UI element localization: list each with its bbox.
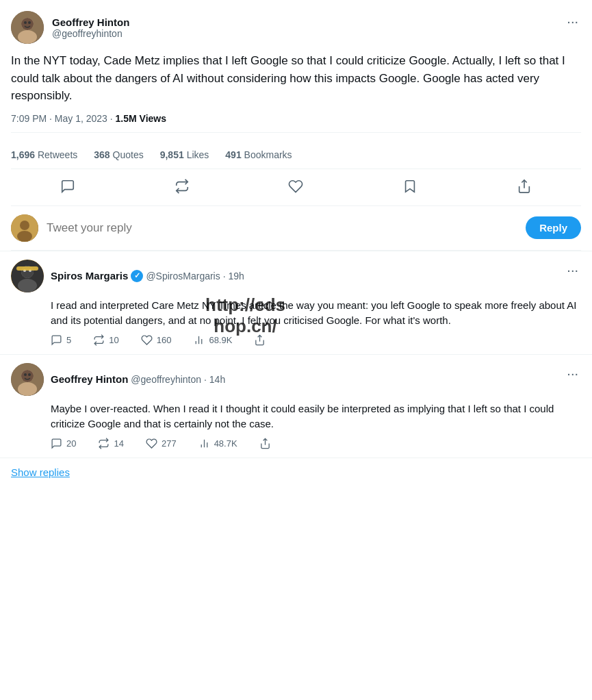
- reply-more-icon-1[interactable]: ···: [564, 260, 581, 281]
- like-button[interactable]: [277, 172, 314, 203]
- tweet-header: Geoffrey Hinton @geoffreyhinton ···: [11, 11, 581, 44]
- reply-avatar-2: [11, 363, 44, 396]
- reply-input[interactable]: [47, 221, 517, 235]
- reply-comment-1[interactable]: 5: [51, 334, 71, 346]
- reply-comment-2[interactable]: 20: [51, 438, 76, 449]
- reply-tweet-1: Spiros Margaris ✓ @SpirosMargaris · 19h …: [0, 251, 592, 355]
- reply-author-row-2: Geoffrey Hinton @geoffreyhinton · 14h: [11, 363, 225, 396]
- retweet-button[interactable]: [164, 172, 201, 203]
- share-icon: [517, 179, 532, 196]
- reply-retweet-1[interactable]: 10: [93, 334, 118, 346]
- reply-share-1[interactable]: [254, 334, 266, 346]
- author-name: Geoffrey Hinton: [52, 16, 129, 28]
- reply-tweet-2: Geoffrey Hinton @geoffreyhinton · 14h ··…: [0, 355, 592, 458]
- comment-button[interactable]: [49, 172, 86, 203]
- reply-views-count-1: 68.9K: [209, 335, 232, 345]
- reply-author-info-2: Geoffrey Hinton @geoffreyhinton · 14h: [51, 373, 225, 385]
- reply-actions-2: 20 14 277: [11, 438, 581, 449]
- main-tweet: Geoffrey Hinton @geoffreyhinton ··· In t…: [0, 0, 592, 251]
- reply-like-count-2: 277: [162, 438, 177, 449]
- show-replies-link[interactable]: Show replies: [0, 458, 592, 486]
- stats-row: 1,696 Retweets 368 Quotes 9,851 Likes 49…: [11, 141, 581, 169]
- page-wrapper: http://eds hop.cn/ Geoff: [0, 0, 592, 486]
- share-button[interactable]: [506, 172, 543, 203]
- avatar: [11, 11, 44, 44]
- more-options-icon[interactable]: ···: [564, 11, 581, 32]
- like-icon: [288, 179, 303, 196]
- author-handle: @geoffreyhinton: [52, 28, 129, 39]
- svg-point-12: [18, 279, 37, 292]
- svg-point-2: [18, 30, 37, 44]
- actions-row: [11, 169, 581, 206]
- svg-rect-16: [16, 266, 38, 271]
- reply-button[interactable]: Reply: [526, 216, 581, 239]
- reply-like-2[interactable]: 277: [146, 438, 177, 449]
- bookmarks-stat: 491 Bookmarks: [225, 149, 292, 160]
- svg-point-25: [24, 373, 27, 376]
- reply-retweet-2[interactable]: 14: [98, 438, 123, 449]
- author-row: Geoffrey Hinton @geoffreyhinton: [11, 11, 129, 44]
- retweets-stat: 1,696 Retweets: [11, 149, 77, 160]
- reply-author-handle-1: @SpirosMargaris: [146, 271, 220, 282]
- bookmark-button[interactable]: [391, 172, 428, 203]
- reply-views-2: 48.7K: [198, 438, 237, 449]
- reply-header-2: Geoffrey Hinton @geoffreyhinton · 14h ··…: [11, 363, 581, 396]
- reply-comment-count-1: 5: [66, 335, 71, 345]
- comment-icon: [60, 179, 75, 196]
- tweet-timestamp: 7:09 PM · May 1, 2023 ·: [11, 113, 116, 124]
- reply-author-name-1: Spiros Margaris: [51, 270, 128, 282]
- reply-actions-1: 5 10 160: [11, 334, 581, 346]
- reply-time-1: · 19h: [223, 271, 244, 282]
- reply-like-count-1: 160: [157, 335, 172, 345]
- tweet-body: In the NYT today, Cade Metz implies that…: [11, 52, 581, 105]
- reply-author-row-1: Spiros Margaris ✓ @SpirosMargaris · 19h: [11, 260, 244, 292]
- reply-author-info-1: Spiros Margaris ✓ @SpirosMargaris · 19h: [51, 270, 244, 282]
- reply-body-1: I read and interpreted Care Metz NY Time…: [11, 298, 581, 329]
- tweet-meta: 7:09 PM · May 1, 2023 · 1.5M Views: [11, 113, 581, 133]
- svg-point-4: [24, 21, 27, 24]
- reply-more-icon-2[interactable]: ···: [564, 363, 581, 384]
- reply-box: Reply: [11, 206, 581, 251]
- reply-header-1: Spiros Margaris ✓ @SpirosMargaris · 19h …: [11, 260, 581, 292]
- tweet-views: 1.5M Views: [116, 113, 166, 124]
- reply-avatar-1: [11, 260, 44, 292]
- reply-author-handle-2: @geoffreyhinton: [131, 374, 201, 385]
- bookmark-icon: [402, 179, 417, 196]
- retweet-icon: [175, 179, 190, 196]
- verified-badge-1: ✓: [131, 270, 143, 282]
- likes-stat: 9,851 Likes: [160, 149, 209, 160]
- reply-views-count-2: 48.7K: [214, 438, 237, 449]
- reply-retweet-count-2: 14: [114, 438, 123, 449]
- svg-point-9: [17, 231, 32, 242]
- reply-body-2: Maybe I over-reacted. When I read it I t…: [11, 401, 581, 432]
- reply-share-2[interactable]: [259, 438, 271, 449]
- reply-author-name-2: Geoffrey Hinton: [51, 373, 128, 385]
- reply-retweet-count-1: 10: [109, 335, 118, 345]
- svg-point-26: [28, 373, 31, 376]
- reply-comment-count-2: 20: [66, 438, 76, 449]
- svg-point-23: [18, 382, 37, 396]
- svg-point-5: [28, 21, 31, 24]
- reply-like-1[interactable]: 160: [141, 334, 172, 346]
- svg-point-8: [20, 221, 29, 230]
- reply-views-1: 68.9K: [193, 334, 232, 346]
- reply-time-2: · 14h: [204, 374, 225, 385]
- reply-avatar: [11, 214, 38, 242]
- svg-point-3: [21, 18, 34, 30]
- quotes-stat: 368 Quotes: [94, 149, 143, 160]
- author-info: Geoffrey Hinton @geoffreyhinton: [52, 16, 129, 39]
- svg-point-24: [21, 370, 34, 382]
